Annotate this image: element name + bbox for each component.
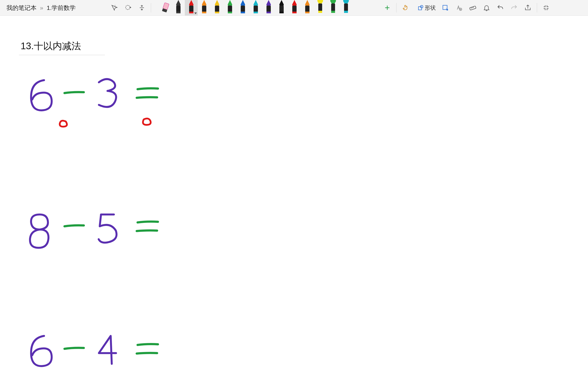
pen-slot-4[interactable] xyxy=(224,0,236,16)
svg-rect-20 xyxy=(254,12,258,13)
ruler-button[interactable] xyxy=(467,2,479,14)
svg-rect-10 xyxy=(189,12,194,13)
pen-slot-10[interactable] xyxy=(301,0,314,16)
breadcrumb-sep: » xyxy=(40,4,44,11)
breadcrumb-page[interactable]: 1.学前数学 xyxy=(47,4,76,11)
svg-rect-26 xyxy=(292,12,296,13)
insert-space-tool[interactable] xyxy=(122,2,134,14)
pen-bar xyxy=(159,0,352,16)
divider xyxy=(537,3,537,12)
pen-slot-9[interactable] xyxy=(288,0,301,16)
share-button[interactable] xyxy=(522,2,534,14)
eraser-tool[interactable] xyxy=(159,0,172,16)
svg-line-43 xyxy=(472,7,472,8)
ink-layer xyxy=(0,16,588,392)
divider xyxy=(151,3,151,12)
vertical-space-tool[interactable] xyxy=(136,2,148,14)
highlighter-slot-13[interactable] xyxy=(340,0,352,16)
breadcrumb-notebook[interactable]: 我的笔记本 xyxy=(6,4,36,11)
highlighter-slot-11[interactable] xyxy=(314,0,327,16)
ink-to-shape-button[interactable] xyxy=(439,2,451,14)
pen-slot-8[interactable] xyxy=(275,0,288,16)
reminder-bell-button[interactable] xyxy=(480,2,492,14)
svg-line-44 xyxy=(473,7,474,8)
svg-line-42 xyxy=(471,7,472,8)
redo-button[interactable] xyxy=(508,2,520,14)
svg-rect-22 xyxy=(266,12,271,13)
svg-rect-30 xyxy=(318,11,322,13)
svg-rect-8 xyxy=(176,12,180,13)
toolbar: 我的笔记本 » 1.学前数学 I 形状 xyxy=(0,0,588,16)
svg-rect-16 xyxy=(228,12,232,13)
text-cursor-tool[interactable]: I xyxy=(108,2,120,14)
svg-rect-32 xyxy=(331,11,335,13)
breadcrumb[interactable]: 我的笔记本 » 1.学前数学 xyxy=(6,4,76,12)
svg-rect-37 xyxy=(418,7,422,10)
svg-rect-18 xyxy=(241,12,245,13)
svg-rect-14 xyxy=(215,12,219,13)
svg-rect-34 xyxy=(344,11,348,13)
shapes-label: 形状 xyxy=(425,4,436,12)
shapes-button[interactable]: 形状 xyxy=(416,2,438,14)
undo-button[interactable] xyxy=(494,2,506,14)
svg-point-1 xyxy=(126,5,130,10)
touch-draw-toggle[interactable] xyxy=(400,2,412,14)
pen-slot-0[interactable] xyxy=(172,0,185,16)
svg-rect-41 xyxy=(470,6,476,10)
pen-slot-7[interactable] xyxy=(262,0,275,16)
fullscreen-exit-button[interactable] xyxy=(540,2,552,14)
add-pen-button[interactable] xyxy=(381,2,393,14)
svg-text:I: I xyxy=(114,4,116,8)
svg-rect-28 xyxy=(305,12,310,13)
pen-slot-6[interactable] xyxy=(249,0,262,16)
pen-slot-5[interactable] xyxy=(236,0,249,16)
svg-rect-12 xyxy=(202,12,206,13)
svg-rect-24 xyxy=(280,12,284,13)
pen-slot-3[interactable] xyxy=(210,0,224,16)
highlighter-slot-12[interactable] xyxy=(327,0,340,16)
divider xyxy=(396,3,396,12)
ink-to-text-button[interactable] xyxy=(453,2,465,14)
pen-slot-2[interactable] xyxy=(198,0,210,16)
pen-slot-1[interactable] xyxy=(185,0,198,16)
